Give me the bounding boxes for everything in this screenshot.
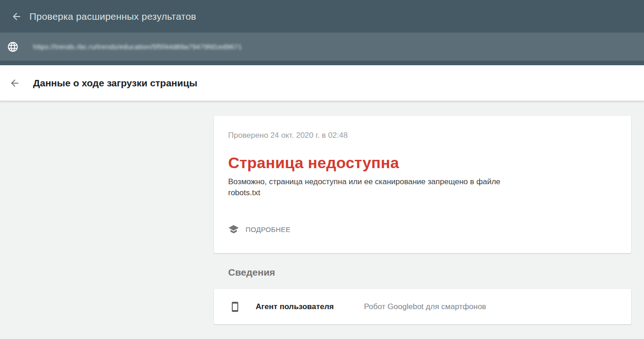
back-button[interactable] (6, 6, 27, 27)
details-button[interactable]: ПОДРОБНЕЕ (228, 224, 291, 235)
section-header: Данные о ходе загрузки страницы (0, 65, 644, 101)
section-header-title: Данные о ходе загрузки страницы (33, 78, 197, 89)
status-title: Страница недоступна (228, 154, 613, 172)
smartphone-icon (230, 301, 241, 313)
app-header: Проверка расширенных результатов (0, 0, 644, 33)
details-section-title: Сведения (228, 267, 644, 278)
back-button-secondary[interactable] (5, 73, 25, 93)
url-bar[interactable]: https://trends.rbc.ru/trends/education/5… (0, 33, 644, 61)
inspected-url: https://trends.rbc.ru/trends/education/5… (33, 43, 242, 51)
detail-row-value: Робот Googlebot для смартфонов (364, 302, 486, 311)
arrow-left-icon (9, 78, 20, 89)
page-title: Проверка расширенных результатов (29, 11, 196, 22)
school-icon (228, 224, 239, 235)
content-area: Проверено 24 окт. 2020 г. в 02:48 Страни… (0, 101, 644, 339)
detail-row-label: Агент пользователя (256, 302, 347, 311)
arrow-left-icon (11, 11, 22, 22)
table-row: Агент пользователя Робот Googlebot для с… (214, 289, 631, 324)
checked-timestamp: Проверено 24 окт. 2020 г. в 02:48 (228, 131, 613, 140)
crawl-result-card: Проверено 24 окт. 2020 г. в 02:48 Страни… (214, 116, 631, 253)
header-strip (0, 61, 644, 65)
status-description: Возможно, страница недоступна или ее ска… (228, 176, 533, 198)
details-button-label: ПОДРОБНЕЕ (246, 226, 291, 233)
globe-icon (4, 38, 22, 56)
